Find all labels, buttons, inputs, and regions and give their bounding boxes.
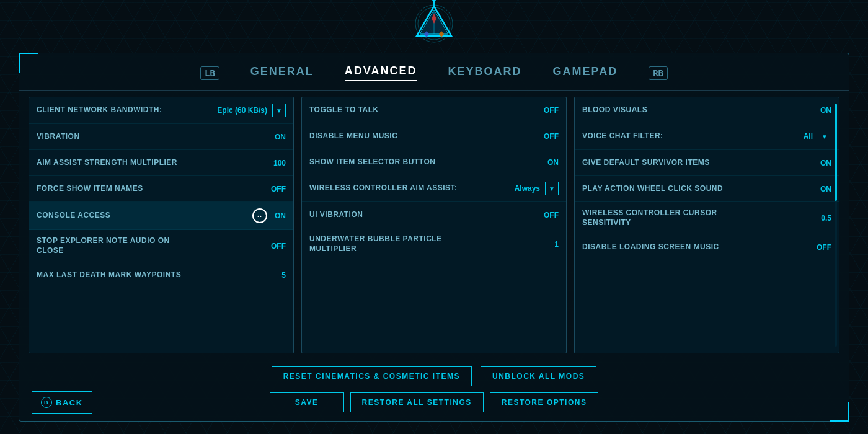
setting-action-wheel-click[interactable]: Play Action Wheel Click Sound ON (575, 176, 839, 202)
setting-underwater-bubble[interactable]: Underwater Bubble Particle Multiplier 1 (302, 228, 566, 260)
setting-console-access[interactable]: Console Access ON (29, 202, 293, 230)
main-panel: LB GENERAL ADVANCED KEYBOARD GAMEPAD RB … (19, 53, 849, 422)
scrollbar-thumb[interactable] (835, 104, 837, 201)
setting-disable-menu-music[interactable]: Disable Menu Music OFF (302, 123, 566, 149)
setting-toggle-to-talk[interactable]: Toggle To Talk OFF (302, 97, 566, 123)
tab-nav-right[interactable]: RB (649, 66, 668, 80)
bottom-area: RESET CINEMATICS & COSMETIC ITEMS UNBLOC… (19, 360, 849, 421)
setting-give-default-survivor[interactable]: Give Default Survivor Items ON (575, 150, 839, 176)
setting-client-network[interactable]: Client Network Bandwidth: Epic (60 KB/s)… (29, 97, 293, 124)
setting-show-item-selector[interactable]: Show Item Selector Button ON (302, 149, 566, 175)
setting-vibration[interactable]: Vibration ON (29, 124, 293, 150)
setting-ui-vibration[interactable]: UI Vibration OFF (302, 202, 566, 228)
setting-force-show-item-names[interactable]: Force Show Item Names OFF (29, 176, 293, 202)
setting-max-death-mark[interactable]: Max Last Death Mark Waypoints 5 (29, 262, 293, 288)
wireless-aim-dropdown[interactable]: ▼ (545, 182, 559, 195)
tab-keyboard[interactable]: KEYBOARD (448, 65, 522, 81)
scrollbar-track[interactable] (835, 104, 837, 347)
setting-aim-assist[interactable]: Aim Assist Strength Multiplier 100 (29, 150, 293, 176)
setting-blood-visuals[interactable]: Blood Visuals ON (575, 97, 839, 123)
setting-stop-explorer-audio[interactable]: Stop Explorer Note Audio On Close OFF (29, 230, 293, 262)
setting-disable-loading-music[interactable]: Disable Loading Screen Music OFF (575, 234, 839, 260)
tab-gamepad[interactable]: GAMEPAD (553, 65, 618, 81)
voice-chat-dropdown[interactable]: ▼ (818, 130, 831, 143)
console-icon (252, 208, 267, 223)
tab-general[interactable]: GENERAL (250, 65, 314, 81)
client-network-dropdown[interactable]: ▼ (272, 104, 286, 117)
bottom-row2: B BACK SAVE RESTORE ALL SETTINGS RESTORE… (32, 392, 836, 412)
back-button[interactable]: B BACK (32, 391, 92, 414)
back-btn-icon: B (41, 397, 52, 408)
bottom-row1: RESET CINEMATICS & COSMETIC ITEMS UNBLOC… (32, 366, 836, 386)
restore-options-button[interactable]: RESTORE OPTIONS (490, 392, 599, 412)
right-settings-col: Blood Visuals ON Voice Chat Filter: All … (574, 97, 839, 353)
tab-nav-left[interactable]: LB (200, 66, 219, 80)
restore-all-settings-button[interactable]: RESTORE ALL SETTINGS (350, 392, 484, 412)
logo (403, 0, 465, 52)
tabs-row: LB GENERAL ADVANCED KEYBOARD GAMEPAD RB (19, 53, 849, 91)
middle-settings-col: Toggle To Talk OFF Disable Menu Music OF… (301, 97, 567, 353)
reset-cinematics-button[interactable]: RESET CINEMATICS & COSMETIC ITEMS (272, 366, 472, 386)
left-settings-col: Client Network Bandwidth: Epic (60 KB/s)… (29, 97, 294, 353)
save-button[interactable]: SAVE (270, 392, 344, 412)
setting-wireless-aim-assist[interactable]: Wireless Controller Aim Assist: Always ▼ (302, 175, 566, 202)
svg-marker-10 (432, 0, 436, 4)
setting-voice-chat-filter[interactable]: Voice Chat Filter: All ▼ (575, 123, 839, 150)
tab-advanced[interactable]: ADVANCED (345, 64, 417, 81)
content-area: Client Network Bandwidth: Epic (60 KB/s)… (19, 91, 849, 360)
setting-cursor-sensitivity[interactable]: Wireless Controller Cursor Sensitivity 0… (575, 202, 839, 234)
unblock-mods-button[interactable]: UNBLOCK ALL MODS (480, 366, 596, 386)
